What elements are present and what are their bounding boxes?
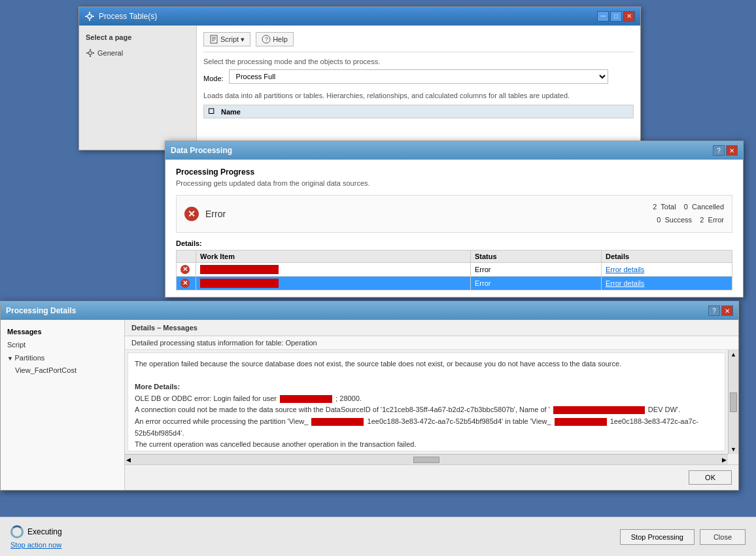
svg-rect-2 — [89, 19, 90, 21]
table-row[interactable]: ✕ Error Error details — [177, 262, 732, 276]
connection-error-suffix: DEV DW'. — [648, 406, 680, 413]
svg-rect-9 — [93, 52, 95, 54]
settings-icon — [86, 48, 95, 58]
pd-status-info: Detailed processing status information f… — [125, 336, 738, 350]
col-details: Details — [602, 250, 732, 262]
toolbar: Script ▾ ? Help — [203, 32, 634, 52]
scroll-thumb[interactable] — [730, 392, 737, 412]
stop-action-link[interactable]: Stop action now — [10, 541, 61, 549]
script-button[interactable]: Script ▾ — [203, 32, 250, 46]
svg-text:?: ? — [265, 36, 268, 43]
svg-point-0 — [88, 14, 92, 18]
dp-title: Data Processing — [171, 146, 232, 155]
minimize-button[interactable]: ─ — [597, 11, 609, 22]
bottom-buttons: Stop Processing Close — [620, 529, 746, 545]
mode-select[interactable]: Process Full — [229, 69, 608, 84]
partition-error-guid: 1ee0c188-3e83-472c-aa7c-52b54bf985d4' — [368, 417, 504, 425]
col-status: Status — [471, 250, 602, 262]
dp-content: Processing Progress Processing gets upda… — [165, 160, 743, 297]
svg-rect-8 — [86, 52, 88, 54]
pd-sidebar-script[interactable]: Script — [1, 338, 124, 351]
process-table-dialog: Process Table(s) ─ □ ✕ Select a page Gen… — [78, 7, 641, 150]
row1-status: Error — [471, 262, 602, 276]
scroll-right-arrow[interactable]: ▶ — [722, 457, 727, 463]
ok-button[interactable]: OK — [689, 470, 732, 485]
scroll-left-arrow[interactable]: ◀ — [126, 457, 131, 463]
row2-details[interactable]: Error details — [602, 276, 732, 290]
partition-error-prefix: An error occurred while processing the p… — [135, 417, 308, 425]
pd-scrollbar-horizontal[interactable]: ◀ ▶ — [125, 454, 728, 464]
pd-titlebar: Processing Details ? ✕ — [1, 302, 738, 320]
pd-sidebar: Messages Script Partitions View_FactPort… — [1, 320, 125, 490]
details-label: Details: — [176, 239, 732, 247]
gear-icon — [84, 11, 95, 22]
success-value: 0 — [657, 216, 661, 224]
pd-sidebar-partitions[interactable]: Partitions — [1, 351, 124, 364]
process-table-sidebar: Select a page General — [79, 26, 197, 150]
row1-icon: ✕ — [177, 262, 196, 276]
close-button[interactable]: ✕ — [623, 11, 635, 22]
error-count-label: Error — [708, 216, 724, 224]
table-header: ☐ Name — [203, 105, 634, 118]
sidebar-item-general-label: General — [97, 49, 123, 57]
row2-icon: ✕ — [177, 276, 196, 290]
pd-scrollbar-vertical[interactable]: ▲ ▼ — [728, 350, 738, 454]
more-details-label: More Details: — [135, 383, 180, 391]
partition-error-suffix: in table 'View_ — [505, 417, 551, 425]
data-processing-dialog: Data Processing ? ✕ Processing Progress … — [165, 141, 744, 298]
message-main: The operation failed because the source … — [135, 360, 621, 368]
maximize-button[interactable]: □ — [610, 11, 622, 22]
dp-help-button[interactable]: ? — [713, 145, 725, 156]
executing-area: Executing Stop action now — [10, 525, 62, 549]
titlebar-left: Process Table(s) — [84, 11, 157, 22]
success-label: Success — [664, 216, 692, 224]
executing-label: Executing — [27, 527, 62, 536]
help-label: Help — [273, 35, 288, 43]
error-stats: 2 Total 0 Cancelled 0 Success 2 Error — [653, 201, 724, 227]
error-count-value: 2 — [700, 216, 704, 224]
row1-workitem — [196, 262, 471, 276]
script-icon — [209, 35, 218, 44]
pd-titlebar-buttons: ? ✕ — [708, 305, 733, 316]
svg-rect-7 — [90, 56, 91, 58]
row1-details[interactable]: Error details — [602, 262, 732, 276]
error-banner: ✕ Error 2 Total 0 Cancelled 0 Success 2 … — [176, 195, 732, 233]
svg-rect-4 — [92, 16, 94, 17]
dp-titlebar-buttons: ? ✕ — [713, 145, 738, 156]
scroll-h-thumb[interactable] — [413, 457, 439, 463]
instruction-text: Select the processing mode and the objec… — [203, 58, 634, 65]
pd-sidebar-messages[interactable]: Messages — [1, 325, 124, 338]
connection-error: A connection could not be made to the da… — [135, 406, 550, 413]
close-button-bottom[interactable]: Close — [700, 529, 746, 545]
dp-progress-desc: Processing gets updated data from the or… — [176, 179, 732, 187]
scroll-down-arrow[interactable]: ▼ — [729, 446, 738, 453]
total-value: 2 — [653, 203, 657, 211]
pd-help-button[interactable]: ? — [708, 305, 720, 316]
sidebar-item-general[interactable]: General — [79, 46, 196, 60]
mode-label: Mode: — [203, 75, 224, 82]
svg-rect-1 — [89, 12, 90, 14]
error-banner-left: ✕ Error — [184, 207, 226, 221]
bottom-bar: Executing Stop action now Stop Processin… — [0, 517, 756, 556]
row1-error-link[interactable]: Error details — [606, 266, 644, 273]
details-table: Work Item Status Details ✕ Error Error d… — [176, 250, 732, 290]
stop-processing-button[interactable]: Stop Processing — [620, 529, 695, 545]
table-row[interactable]: ✕ Error Error details — [177, 276, 732, 290]
scroll-up-arrow[interactable]: ▲ — [729, 351, 738, 358]
name-col-header: Name — [221, 108, 629, 116]
script-label: Script — [220, 35, 239, 43]
total-label: Total — [661, 203, 676, 211]
pd-close-button[interactable]: ✕ — [721, 305, 733, 316]
svg-rect-3 — [85, 16, 87, 17]
executing-spinner — [10, 525, 24, 538]
cancelled-label: Cancelled — [692, 203, 724, 211]
row2-error-link[interactable]: Error details — [606, 279, 644, 287]
process-table-title: Process Table(s) — [99, 12, 157, 21]
pd-sidebar-view-fact[interactable]: View_FactPortCost — [1, 364, 124, 376]
process-table-titlebar: Process Table(s) ─ □ ✕ — [79, 7, 640, 26]
redacted-partition1 — [311, 418, 364, 426]
pd-title: Processing Details — [6, 306, 76, 315]
help-button[interactable]: ? Help — [256, 32, 294, 46]
dp-close-button[interactable]: ✕ — [726, 145, 738, 156]
error-icon: ✕ — [184, 207, 199, 221]
